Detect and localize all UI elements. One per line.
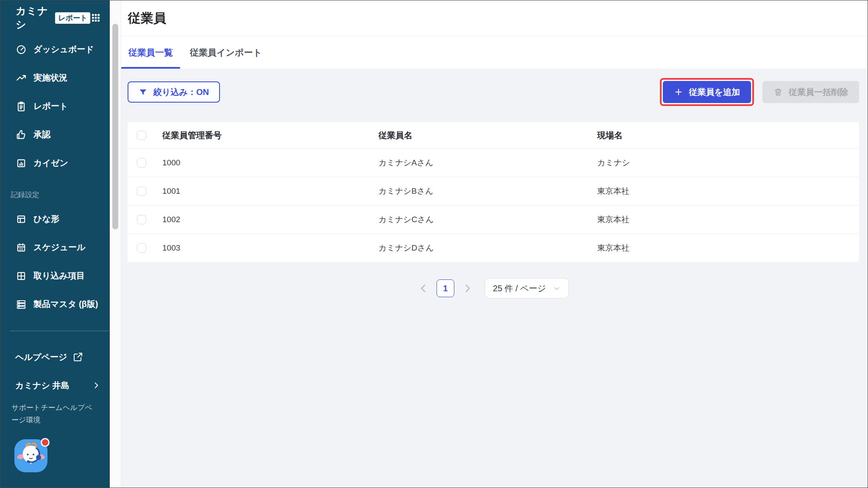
bulk-delete-label: 従業員一括削除	[789, 86, 848, 98]
sidebar-bottom: ヘルプページ カミナシ 井島 サポートチームヘルプページ環境	[0, 331, 110, 488]
logo-text: カミナシ	[16, 4, 53, 31]
sidebar-section-label: 記録設定	[0, 177, 110, 205]
chevron-right-icon[interactable]	[462, 283, 473, 294]
add-employee-button[interactable]: 従業員を追加	[663, 81, 751, 103]
kaizen-chart-icon	[16, 158, 27, 169]
sidebar-item-implementation-status[interactable]: 実施状況	[0, 64, 110, 92]
external-link-icon	[73, 352, 83, 362]
annotation-highlight-box: 従業員を追加	[660, 78, 754, 106]
header-checkbox-cell	[128, 131, 162, 140]
logo[interactable]: カミナシ レポート	[0, 0, 110, 35]
filter-icon	[139, 88, 147, 97]
list-icon	[16, 299, 27, 310]
column-header-employee-name: 従業員名	[378, 130, 597, 141]
row-checkbox[interactable]	[137, 187, 146, 196]
page-size-select[interactable]: 25 件 / ページ	[485, 278, 569, 298]
sidebar-item-dashboard[interactable]: ダッシュボード	[0, 35, 110, 64]
page-size-label: 25 件 / ページ	[493, 283, 546, 294]
page-title: 従業員	[128, 10, 166, 27]
sidebar-item-label: 承認	[33, 129, 50, 140]
filter-button-label: 絞り込み：ON	[153, 86, 209, 98]
sidebar-item-label: 製品マスタ (β版)	[33, 298, 98, 310]
cell-employee-name: カミナシCさん	[378, 214, 597, 225]
cell-employee-name: カミナシDさん	[378, 243, 597, 254]
sidebar-item-schedule[interactable]: スケジュール	[0, 233, 110, 262]
support-chat-launcher[interactable]	[14, 439, 47, 472]
chevron-down-icon	[553, 284, 561, 293]
table-row[interactable]: 1000 カミナシAさん カミナシ	[128, 148, 859, 177]
cell-site-name: カミナシ	[597, 157, 859, 168]
sidebar-item-label: ひな形	[33, 213, 59, 225]
user-name: カミナシ 井島	[15, 380, 69, 391]
sidebar-item-approval[interactable]: 承認	[0, 120, 110, 149]
employee-table: 従業員管理番号 従業員名 現場名 1000 カミナシAさん カミナシ	[128, 122, 859, 262]
tab-employee-list[interactable]: 従業員一覧	[121, 36, 180, 69]
bulk-delete-button[interactable]: 従業員一括削除	[762, 81, 859, 103]
logo-badge: レポート	[55, 12, 90, 24]
environment-label: サポートチームヘルプページ環境	[0, 402, 98, 427]
row-checkbox[interactable]	[137, 243, 146, 253]
cell-employee-id: 1001	[162, 187, 378, 196]
sidebar-nav: ダッシュボード 実施状況 レポート 承認 カイゼン 記録設定	[0, 35, 110, 318]
sidebar-item-label: レポート	[33, 100, 68, 112]
tab-bar: 従業員一覧 従業員インポート	[121, 36, 868, 69]
cell-site-name: 東京本社	[597, 186, 859, 197]
sidebar-scrollbar-thumb[interactable]	[112, 24, 118, 229]
page-number-current[interactable]: 1	[437, 279, 454, 297]
row-checkbox-cell	[128, 215, 162, 224]
column-header-site-name: 現場名	[597, 130, 859, 141]
gauge-icon	[16, 44, 27, 55]
table-row[interactable]: 1002 カミナシCさん 東京本社	[128, 205, 859, 234]
import-grid-icon	[16, 270, 27, 282]
plus-icon	[674, 87, 683, 97]
main-area: 従業員 従業員一覧 従業員インポート 絞り込み：ON 従業員を追加	[121, 0, 868, 488]
sidebar-item-label: ダッシュボード	[33, 44, 94, 55]
content: 絞り込み：ON 従業員を追加 従業員一括削除	[121, 69, 868, 488]
cell-employee-id: 1003	[162, 243, 378, 253]
cell-employee-id: 1000	[162, 158, 378, 167]
user-menu[interactable]: カミナシ 井島	[0, 380, 110, 391]
app-window: カミナシ レポート ダッシュボード 実施状況 レポート	[0, 0, 868, 488]
cell-site-name: 東京本社	[597, 243, 859, 254]
sidebar-item-kaizen[interactable]: カイゼン	[0, 149, 110, 177]
apps-grid-icon[interactable]	[90, 11, 101, 24]
sidebar-item-label: 実施状況	[33, 72, 67, 84]
sidebar-scrollbar[interactable]	[110, 0, 121, 488]
trash-icon	[773, 87, 783, 97]
notification-dot	[41, 438, 50, 447]
add-employee-label: 従業員を追加	[689, 86, 740, 98]
sidebar-nav-main: ダッシュボード 実施状況 レポート 承認 カイゼン	[0, 35, 110, 177]
calendar-icon	[16, 242, 27, 253]
table-body: 1000 カミナシAさん カミナシ 1001 カミナシBさん 東京本社	[128, 148, 859, 262]
sidebar-nav-settings: ひな形 スケジュール 取り込み項目 製品マスタ (β版)	[0, 205, 110, 318]
column-header-employee-id: 従業員管理番号	[162, 130, 378, 141]
help-page-link[interactable]: ヘルプページ	[0, 351, 110, 363]
select-all-checkbox[interactable]	[137, 131, 146, 140]
toolbar: 絞り込み：ON 従業員を追加 従業員一括削除	[128, 78, 859, 106]
sidebar-divider	[10, 331, 109, 331]
sidebar-item-label: カイゼン	[33, 157, 68, 169]
row-checkbox-cell	[128, 187, 162, 196]
sidebar-item-product-master[interactable]: 製品マスタ (β版)	[0, 290, 110, 318]
filter-button[interactable]: 絞り込み：ON	[128, 81, 220, 103]
trend-icon	[16, 73, 27, 84]
sidebar-item-report[interactable]: レポート	[0, 92, 110, 120]
thumbs-up-icon	[16, 129, 27, 140]
cell-employee-id: 1002	[162, 215, 378, 224]
row-checkbox[interactable]	[137, 215, 146, 224]
table-row[interactable]: 1001 カミナシBさん 東京本社	[128, 177, 859, 205]
page-header: 従業員	[121, 0, 868, 36]
sidebar-item-import-fields[interactable]: 取り込み項目	[0, 262, 110, 290]
sidebar-item-template[interactable]: ひな形	[0, 205, 110, 233]
row-checkbox-cell	[128, 158, 162, 167]
table-row[interactable]: 1003 カミナシDさん 東京本社	[128, 234, 859, 262]
chevron-left-icon[interactable]	[418, 283, 429, 294]
help-page-label: ヘルプページ	[15, 351, 67, 363]
toolbar-right: 従業員を追加 従業員一括削除	[660, 78, 859, 106]
sidebar-item-label: スケジュール	[33, 242, 85, 253]
sidebar-item-label: 取り込み項目	[33, 270, 85, 282]
tab-employee-import[interactable]: 従業員インポート	[183, 36, 269, 69]
chevron-right-icon	[92, 381, 100, 390]
row-checkbox[interactable]	[137, 158, 146, 167]
cell-employee-name: カミナシBさん	[378, 186, 597, 197]
